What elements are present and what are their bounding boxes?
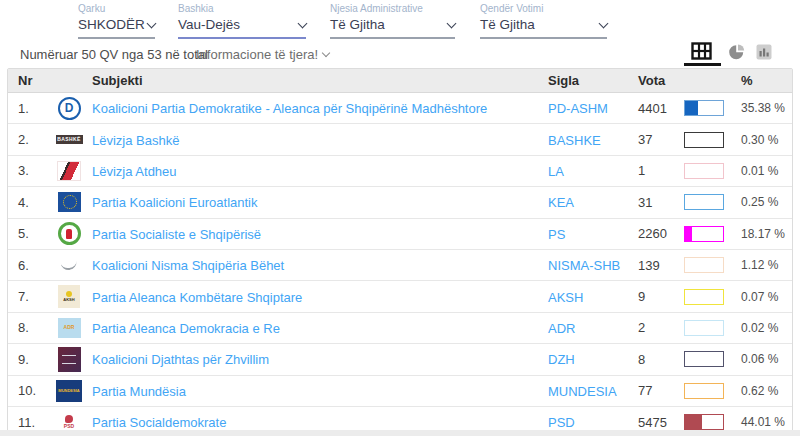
votes-value: 31: [638, 195, 684, 210]
party-logo-cell: AKSH: [46, 285, 92, 308]
party-name-link[interactable]: Partia Socialdemokrate: [92, 415, 226, 430]
party-sigla-cell: NISMA-SHB: [548, 256, 638, 274]
header-nr: Nr: [18, 73, 46, 88]
percent-value: 0.30 %: [724, 133, 792, 147]
party-name-cell: Koalicioni Nisma Shqipëria Bëhet: [92, 256, 548, 274]
table-row: 4. Partia Koalicioni Euroatlantik KEA 31…: [8, 187, 792, 218]
party-sigla-link[interactable]: PS: [548, 227, 565, 242]
more-info-label: Informacione të tjera!: [196, 47, 318, 62]
table-header-row: Nr Subjekti Sigla Vota %: [8, 69, 792, 93]
party-logo: [58, 192, 81, 212]
party-sigla-cell: PD-ASHM: [548, 99, 638, 117]
party-logo-cell: MUNDËSIA: [46, 380, 92, 402]
chevron-down-icon: [298, 18, 308, 28]
party-name-link[interactable]: Lëvizja Atdheu: [92, 164, 177, 179]
results-rows: 1. D Koalicioni Partia Demokratike - Ale…: [8, 93, 792, 436]
party-sigla-link[interactable]: LA: [548, 164, 564, 179]
party-name-link[interactable]: Partia Koalicioni Euroatlantik: [92, 195, 257, 210]
row-number: 9.: [18, 352, 46, 367]
percent-value: 18.17 %: [724, 227, 792, 241]
party-sigla-cell: DZH: [548, 350, 638, 368]
filter-qarku-label: Qarku: [78, 3, 155, 14]
percent-bar-cell: [684, 226, 724, 242]
party-name-link[interactable]: Koalicioni Nisma Shqipëria Bëhet: [92, 258, 284, 273]
party-name-link[interactable]: Partia Aleanca Demokracia e Re: [92, 321, 280, 336]
party-name-link[interactable]: Partia Socialiste e Shqipërisë: [92, 227, 261, 242]
bar-chart-icon: [756, 46, 772, 63]
party-name-link[interactable]: Koalicioni Partia Demokratike - Aleanca …: [92, 101, 487, 116]
percent-bar-cell: [684, 100, 724, 116]
percent-value: 0.02 %: [724, 321, 792, 335]
more-info-toggle[interactable]: Informacione të tjera!: [196, 47, 329, 62]
party-sigla-link[interactable]: DZH: [548, 352, 575, 367]
table-row: 9. Koalicioni Djathtas për Zhvillim DZH …: [8, 344, 792, 375]
filter-njesia-select[interactable]: Të Gjitha: [330, 16, 455, 39]
active-tab-underline: [684, 63, 721, 66]
votes-value: 1: [638, 163, 684, 178]
party-sigla-link[interactable]: PD-ASHM: [548, 101, 608, 116]
votes-value: 37: [638, 132, 684, 147]
party-name-link[interactable]: Partia Aleanca Kombëtare Shqiptare: [92, 290, 302, 305]
header-subjekti: Subjekti: [92, 73, 548, 88]
party-name-link[interactable]: Koalicioni Djathtas për Zhvillim: [92, 352, 269, 367]
table-row: 5. Partia Socialiste e Shqipërisë PS 226…: [8, 219, 792, 250]
percent-bar: [684, 320, 724, 336]
tab-pie-chart-view[interactable]: [729, 44, 745, 64]
chevron-down-icon: [147, 18, 157, 28]
party-name-cell: Partia Mundësia: [92, 382, 548, 400]
party-sigla-link[interactable]: KEA: [548, 195, 574, 210]
party-sigla-link[interactable]: NISMA-SHB: [548, 258, 620, 273]
percent-value: 1.12 %: [724, 258, 792, 272]
percent-bar-cell: [684, 194, 724, 210]
party-sigla-link[interactable]: ADR: [548, 321, 575, 336]
party-sigla-link[interactable]: AKSH: [548, 290, 583, 305]
percent-bar-cell: [684, 414, 724, 430]
row-number: 7.: [18, 289, 46, 304]
party-logo-cell: [46, 222, 92, 245]
votes-value: 139: [638, 258, 684, 273]
party-name-cell: Koalicioni Partia Demokratike - Aleanca …: [92, 99, 548, 117]
party-name-link[interactable]: Partia Mundësia: [92, 384, 186, 399]
percent-bar-fill: [685, 415, 702, 429]
percent-value: 0.07 %: [724, 290, 792, 304]
filter-qender-select[interactable]: Të Gjitha: [480, 16, 607, 39]
party-name-link[interactable]: Lëvizja Bashkë: [92, 133, 179, 148]
percent-value: 0.62 %: [724, 384, 792, 398]
party-logo: [58, 222, 81, 245]
table-row: 1. D Koalicioni Partia Demokratike - Ale…: [8, 93, 792, 124]
party-sigla-link[interactable]: PSD: [548, 415, 575, 430]
party-logo: MUNDËSIA: [56, 380, 82, 402]
party-name-cell: Partia Koalicioni Euroatlantik: [92, 193, 548, 211]
percent-bar-cell: [684, 257, 724, 273]
party-logo-cell: BASHKË: [46, 135, 92, 144]
party-logo: ADR: [58, 318, 81, 338]
party-name-cell: Partia Aleanca Kombëtare Shqiptare: [92, 288, 548, 306]
filter-njesia-value: Të Gjitha: [330, 17, 385, 32]
percent-bar: [684, 132, 724, 148]
party-sigla-link[interactable]: BASHKE: [548, 133, 601, 148]
filter-qarku-select[interactable]: SHKODËR: [78, 16, 155, 39]
tab-bar-chart-view[interactable]: [756, 44, 772, 64]
row-number: 3.: [18, 163, 46, 178]
party-name-cell: Partia Aleanca Demokracia e Re: [92, 319, 548, 337]
header-sigla: Sigla: [548, 73, 638, 88]
pie-chart-icon: [729, 46, 745, 63]
party-sigla-link[interactable]: MUNDESIA: [548, 384, 617, 399]
filter-qender-value: Të Gjitha: [480, 17, 535, 32]
votes-value: 8: [638, 352, 684, 367]
percent-value: 0.25 %: [724, 195, 792, 209]
percent-bar-cell: [684, 351, 724, 367]
party-logo: AKSH: [58, 285, 80, 308]
chevron-down-icon: [322, 49, 330, 57]
votes-value: 2: [638, 320, 684, 335]
party-logo: D: [58, 97, 81, 120]
filter-bashkia-select[interactable]: Vau-Dejës: [178, 16, 306, 39]
percent-value: 44.01 %: [724, 415, 792, 429]
table-grid-icon: [691, 46, 712, 63]
table-row: 8. ADR Partia Aleanca Demokracia e Re AD…: [8, 313, 792, 344]
tab-table-view[interactable]: [691, 42, 712, 64]
party-logo: [56, 259, 82, 272]
percent-bar: [684, 383, 724, 399]
filter-qender-votimi: Qendër Votimi Të Gjitha: [480, 3, 607, 39]
percent-bar: [684, 194, 724, 210]
